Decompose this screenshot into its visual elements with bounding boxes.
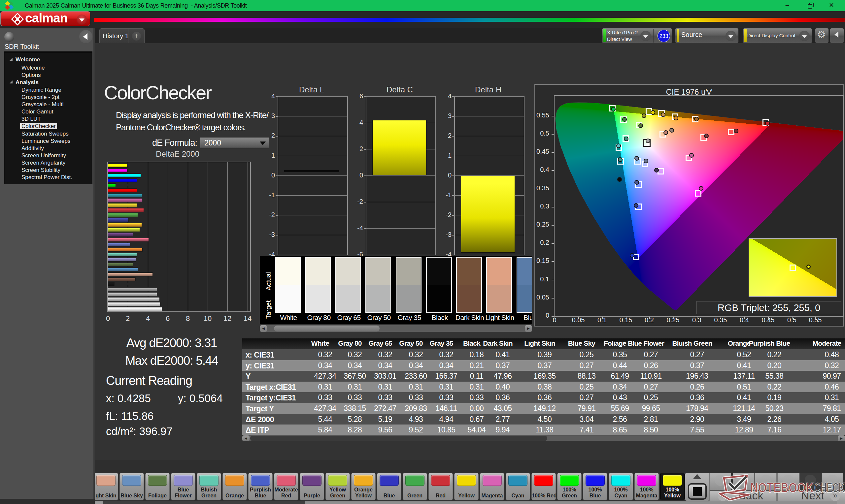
svg-text:CHECK: CHECK	[814, 480, 845, 496]
svg-text:NOTEBOOK: NOTEBOOK	[750, 480, 814, 496]
